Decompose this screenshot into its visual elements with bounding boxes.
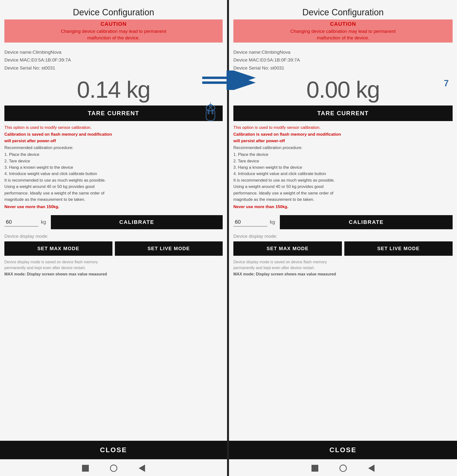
right-mode-btns: SET MAX MODE SET LIVE MODE [233, 241, 453, 256]
right-caution-bar: CAUTION Changing device calibration may … [233, 19, 453, 43]
left-page-title: Device Configuration [4, 7, 223, 18]
right-mode-info2: MAX mode: Display screen shows max value… [233, 271, 453, 277]
left-mode-info: Device display mode is saved on device f… [4, 259, 223, 271]
left-calibrate-row: kg CALIBRATE [4, 215, 223, 229]
right-caution-label: CAUTION [236, 21, 450, 27]
left-info-line2: Calibration is saved on flash memory and… [4, 131, 223, 144]
left-mode-info2: MAX mode: Display screen shows max value… [4, 271, 223, 277]
right-tare-button[interactable]: TARE CURRENT [233, 106, 453, 121]
left-nav-bar [0, 459, 227, 476]
right-mode-info: Device display mode is saved on device f… [233, 259, 453, 271]
right-info-rec: Recommended calibration procedure: [233, 145, 453, 151]
left-nav-square-icon[interactable] [81, 464, 90, 473]
left-calibrate-input[interactable] [4, 218, 38, 227]
right-set-live-button[interactable]: SET LIVE MODE [344, 241, 453, 256]
left-device-name: Device name:ClimbingNova [4, 48, 223, 56]
left-info-line1: This option is used to modify sensor cal… [4, 124, 223, 131]
left-weight-display: 0.14 kg [4, 76, 223, 103]
right-close-button[interactable]: CLOSE [229, 441, 457, 459]
left-info-rec: Recommended calibration procedure: [4, 145, 223, 151]
left-calibrate-button[interactable]: CALIBRATE [51, 215, 223, 229]
left-set-max-button[interactable]: SET MAX MODE [4, 241, 112, 256]
left-tare-button[interactable]: TARE CURRENT [4, 106, 223, 121]
right-set-max-button[interactable]: SET MAX MODE [233, 241, 342, 256]
right-calibrate-input[interactable] [233, 218, 267, 227]
right-info-warning: Never use more than 150kg. [233, 204, 453, 210]
right-device-serial: Device Serial No: st0031 [233, 64, 453, 72]
right-weight-superscript: 7 [444, 78, 448, 88]
right-display-mode-label: Device display mode: [233, 234, 453, 239]
right-nav-bar [229, 459, 457, 476]
right-info-line2: Calibration is saved on flash memory and… [233, 131, 453, 144]
left-display-mode-label: Device display mode: [4, 234, 223, 239]
left-calibrate-unit: kg [41, 219, 46, 225]
left-nav-back-icon[interactable] [137, 464, 146, 473]
right-calibrate-button[interactable]: CALIBRATE [280, 215, 453, 229]
left-caution-text: Changing device calibration may lead to … [7, 28, 220, 41]
left-close-btn-wrap: CLOSE [0, 441, 227, 459]
left-panel: Device Configuration CAUTION Changing de… [0, 0, 228, 476]
left-caution-bar: CAUTION Changing device calibration may … [4, 19, 223, 43]
right-page-title: Device Configuration [233, 7, 453, 18]
left-device-info: Device name:ClimbingNova Device MAC:E0:5… [4, 48, 223, 72]
right-nav-square-icon[interactable] [311, 464, 319, 473]
left-info-warning: Never use more than 150kg. [4, 204, 223, 210]
left-info-steps: 1. Place the device 2. Tare device 3. Ha… [4, 151, 223, 203]
right-info-line1: This option is used to modify sensor cal… [233, 124, 453, 131]
right-caution-text: Changing device calibration may lead to … [236, 28, 450, 41]
right-tare-btn-wrap: TARE CURRENT [233, 106, 453, 124]
left-set-live-button[interactable]: SET LIVE MODE [115, 241, 223, 256]
left-caution-label: CAUTION [7, 21, 220, 27]
right-device-name: Device name:ClimbingNova [233, 48, 453, 56]
right-close-btn-wrap: CLOSE [229, 441, 457, 459]
right-nav-circle-icon[interactable] [339, 464, 347, 473]
right-nav-back-icon[interactable] [367, 464, 376, 473]
left-close-button[interactable]: CLOSE [0, 441, 227, 459]
right-weight-display: 0.00 kg 7 [233, 76, 453, 103]
right-calibrate-row: kg CALIBRATE [233, 215, 453, 229]
left-nav-circle-icon[interactable] [109, 464, 118, 473]
left-device-serial: Device Serial No: st0031 [4, 64, 223, 72]
right-device-info: Device name:ClimbingNova Device MAC:E0:5… [233, 48, 453, 72]
left-tare-btn-wrap: TARE CURRENT 6 [4, 106, 223, 124]
right-info-steps: 1. Place the device 2. Tare device 3. Ha… [233, 151, 453, 203]
right-calibrate-unit: kg [270, 219, 275, 225]
left-device-mac: Device MAC:E0:5A:1B:0F:39:7A [4, 56, 223, 64]
right-panel: Device Configuration CAUTION Changing de… [229, 0, 457, 476]
left-mode-btns: SET MAX MODE SET LIVE MODE [4, 241, 223, 256]
right-device-mac: Device MAC:E0:5A:1B:0F:39:7A [233, 56, 453, 64]
